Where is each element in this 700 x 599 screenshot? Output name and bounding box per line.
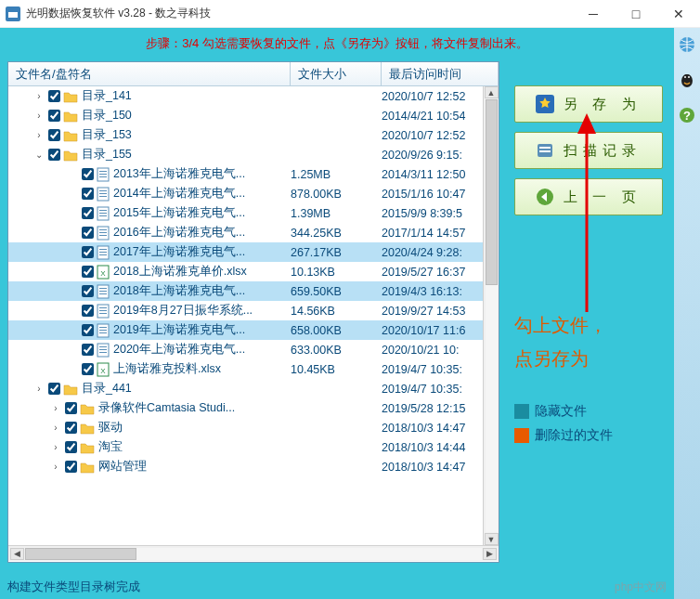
svg-rect-4	[99, 176, 107, 177]
qq-icon[interactable]	[678, 71, 696, 89]
file-name: 网站管理	[98, 459, 147, 475]
side-panel: 另 存 为 扫描记录 上 一 页 勾上文件， 点另存为 隐藏文件 删除过的文件	[514, 85, 665, 451]
row-checkbox[interactable]	[48, 383, 60, 395]
horizontal-scrollbar[interactable]: ◀ ▶	[8, 545, 499, 561]
row-checkbox[interactable]	[65, 441, 77, 453]
svg-rect-28	[99, 307, 107, 308]
prev-page-button[interactable]: 上 一 页	[514, 178, 663, 215]
table-row[interactable]: ›目录_1502014/4/21 10:54	[8, 106, 499, 125]
window-title: 光明数据恢复软件 v3.28 - 数之寻科技	[26, 6, 572, 21]
table-row[interactable]: ›淘宝2018/10/3 14:44	[8, 437, 499, 457]
expand-arrow[interactable]: ›	[32, 91, 45, 101]
svg-point-52	[688, 76, 690, 78]
table-row[interactable]: 2019年8月27日振华系统...14.56KB2019/9/27 14:53	[8, 301, 499, 320]
table-row[interactable]: ›网站管理2018/10/3 14:47	[8, 457, 499, 476]
expand-arrow[interactable]: ›	[49, 403, 62, 413]
row-checkbox[interactable]	[48, 149, 60, 161]
table-row[interactable]: 2013年上海诺雅克电气...1.25MB2014/3/11 12:50	[8, 164, 499, 184]
file-name: 2013年上海诺雅克电气...	[113, 166, 245, 182]
file-date: 2018/10/3 14:47	[382, 422, 499, 435]
expand-arrow[interactable]: ›	[49, 423, 62, 433]
save-as-button[interactable]: 另 存 为	[514, 85, 663, 123]
table-row[interactable]: X上海诺雅克投料.xlsx10.45KB2019/4/7 10:35:	[8, 359, 499, 379]
table-row[interactable]: ›目录_1532020/10/7 12:52	[8, 125, 499, 145]
row-checkbox[interactable]	[82, 344, 94, 356]
row-checkbox[interactable]	[65, 461, 77, 473]
table-row[interactable]: X2018上海诺雅克单价.xlsx10.13KB2019/5/27 16:37	[8, 262, 499, 281]
vertical-scrollbar[interactable]: ▲ ▼	[483, 86, 499, 545]
svg-rect-3	[99, 174, 107, 175]
globe-icon[interactable]	[678, 35, 696, 54]
table-row[interactable]: 2018年上海诺雅克电气...659.50KB2019/4/3 16:13:	[8, 281, 499, 301]
svg-rect-44	[539, 150, 551, 152]
row-checkbox[interactable]	[82, 266, 94, 278]
row-checkbox[interactable]	[82, 285, 94, 297]
help-icon[interactable]: ?	[678, 106, 696, 124]
file-date: 2020/9/26 9:15:	[382, 149, 499, 162]
row-checkbox[interactable]	[48, 129, 60, 141]
expand-arrow[interactable]: ⌄	[32, 150, 45, 160]
table-row[interactable]: 2015年上海诺雅克电气...1.39MB2015/9/9 8:39:5	[8, 203, 499, 223]
svg-rect-25	[99, 291, 107, 292]
file-name: 2019年8月27日振华系统...	[113, 303, 253, 319]
table-row[interactable]: ›录像软件Camtasia Studi...2019/5/28 12:15	[8, 398, 499, 418]
expand-arrow[interactable]: ›	[32, 384, 45, 394]
expand-arrow[interactable]: ›	[32, 111, 45, 121]
hidden-swatch	[514, 404, 529, 419]
file-name: 目录_150	[82, 108, 132, 124]
scan-records-button[interactable]: 扫描记录	[514, 132, 663, 169]
file-name: 目录_141	[82, 88, 132, 104]
svg-rect-2	[99, 171, 107, 172]
file-name: 录像软件Camtasia Studi...	[98, 400, 235, 416]
svg-rect-15	[99, 232, 107, 233]
file-date: 2020/10/21 10:	[382, 344, 499, 357]
status-bar: 构建文件类型目录树完成	[7, 579, 140, 595]
table-row[interactable]: ›目录_1412020/10/7 12:52	[8, 86, 499, 106]
expand-arrow[interactable]: ›	[49, 442, 62, 452]
table-row[interactable]: 2014年上海诺雅克电气...878.00KB2015/1/16 10:47	[8, 184, 499, 203]
col-date[interactable]: 最后访问时间	[382, 62, 499, 85]
row-checkbox[interactable]	[82, 207, 94, 219]
file-date: 2014/4/21 10:54	[382, 110, 499, 123]
row-checkbox[interactable]	[82, 305, 94, 317]
row-checkbox[interactable]	[82, 227, 94, 239]
row-checkbox[interactable]	[82, 246, 94, 258]
file-date: 2018/10/3 14:44	[382, 441, 499, 454]
row-checkbox[interactable]	[48, 90, 60, 102]
table-header: 文件名/盘符名 文件大小 最后访问时间	[8, 62, 499, 86]
table-row[interactable]: 2017年上海诺雅克电气...267.17KB2020/4/24 9:28:	[8, 242, 499, 262]
table-row[interactable]: ›目录_4412019/4/7 10:35:	[8, 379, 499, 398]
file-date: 2019/4/7 10:35:	[382, 363, 499, 376]
row-checkbox[interactable]	[48, 110, 60, 122]
table-row[interactable]: 2019年上海诺雅克电气...658.00KB2020/10/17 11:6	[8, 320, 499, 340]
dock-strip: ?	[674, 28, 700, 599]
row-checkbox[interactable]	[82, 168, 94, 180]
legend-deleted: 删除过的文件	[514, 427, 665, 444]
minimize-button[interactable]: ─	[572, 0, 615, 28]
row-checkbox[interactable]	[82, 363, 94, 375]
table-row[interactable]: 2020年上海诺雅克电气...633.00KB2020/10/21 10:	[8, 340, 499, 359]
svg-rect-18	[99, 249, 107, 250]
svg-rect-8	[99, 196, 107, 197]
maximize-button[interactable]: □	[615, 0, 657, 28]
app-icon	[6, 7, 20, 21]
close-button[interactable]: ✕	[657, 0, 700, 28]
expand-arrow[interactable]: ›	[49, 462, 62, 472]
col-filesize[interactable]: 文件大小	[291, 62, 382, 85]
table-row[interactable]: 2016年上海诺雅克电气...344.25KB2017/1/14 14:57	[8, 223, 499, 242]
svg-rect-20	[99, 254, 107, 255]
file-name: 上海诺雅克投料.xlsx	[113, 361, 221, 377]
file-tree[interactable]: ›目录_1412020/10/7 12:52›目录_1502014/4/21 1…	[8, 86, 499, 545]
expand-arrow[interactable]: ›	[32, 130, 45, 140]
row-checkbox[interactable]	[82, 188, 94, 200]
row-checkbox[interactable]	[65, 422, 77, 434]
col-filename[interactable]: 文件名/盘符名	[8, 62, 291, 85]
window-controls: ─ □ ✕	[572, 0, 700, 28]
scan-records-label: 扫描记录	[564, 142, 642, 160]
table-row[interactable]: ⌄目录_1552020/9/26 9:15:	[8, 145, 499, 164]
file-size: 878.00KB	[291, 188, 382, 201]
table-row[interactable]: ›驱动2018/10/3 14:47	[8, 418, 499, 437]
row-checkbox[interactable]	[65, 402, 77, 414]
step-instruction: 步骤：3/4 勾选需要恢复的文件，点《另存为》按钮，将文件复制出来。	[7, 35, 667, 52]
row-checkbox[interactable]	[82, 324, 94, 336]
